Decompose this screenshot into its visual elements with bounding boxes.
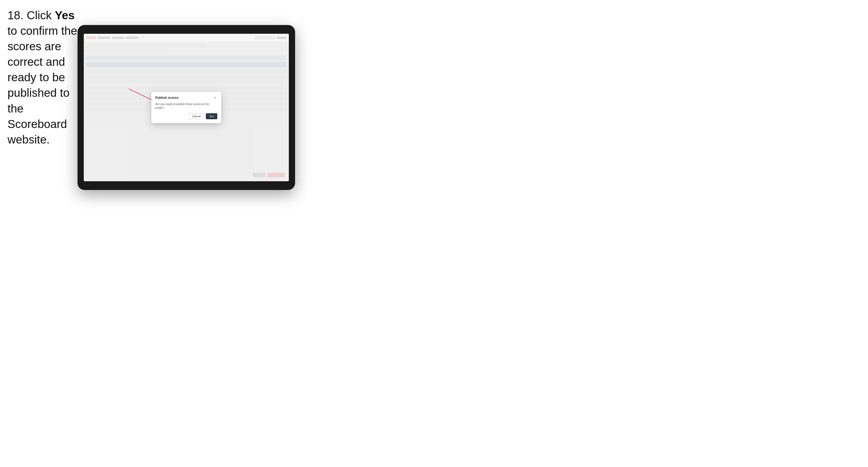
dialog-header: Publish scores × bbox=[155, 96, 217, 100]
yes-button[interactable]: Yes bbox=[206, 113, 217, 119]
bold-yes: Yes bbox=[55, 9, 74, 22]
dialog-body: Are you ready to publish these scores to… bbox=[155, 102, 217, 110]
publish-scores-dialog: Publish scores × Are you ready to publis… bbox=[151, 92, 221, 124]
instruction-before-bold: Click bbox=[24, 9, 55, 22]
instruction-after: to confirm the scores are correct and re… bbox=[7, 24, 77, 146]
instruction-text: 18. Click Yes to confirm the scores are … bbox=[7, 7, 78, 147]
dialog-close-button[interactable]: × bbox=[213, 96, 217, 100]
tablet-screen: Publish scores × Are you ready to publis… bbox=[84, 34, 289, 181]
step-number: 18. bbox=[7, 9, 24, 22]
dialog-overlay: Publish scores × Are you ready to publis… bbox=[84, 34, 289, 181]
tablet-device: Publish scores × Are you ready to publis… bbox=[78, 25, 295, 190]
dialog-title: Publish scores bbox=[155, 96, 178, 99]
cancel-button[interactable]: Cancel bbox=[189, 113, 204, 119]
dialog-footer: Cancel Yes bbox=[155, 113, 217, 119]
